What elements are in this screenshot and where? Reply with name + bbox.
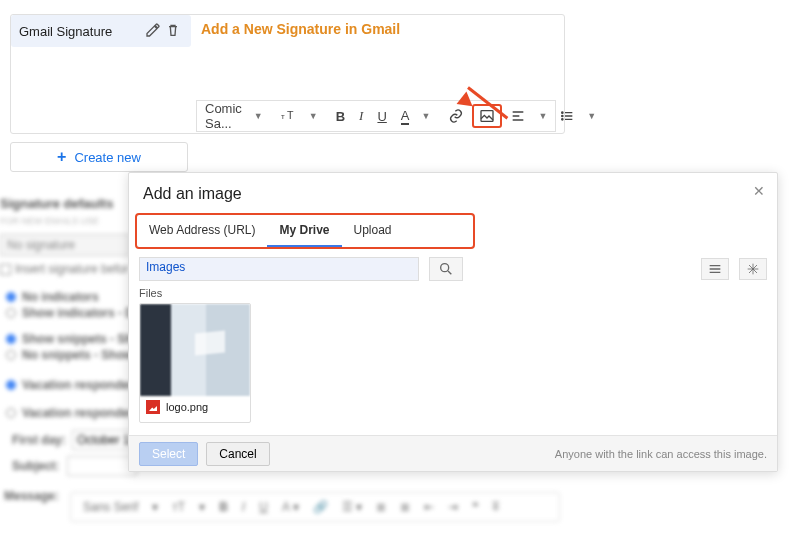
plus-icon: + [57,148,66,166]
text-color-letter: A [401,108,410,125]
drive-path-row: Images [139,257,767,281]
file-thumbnail [140,304,250,396]
create-new-label: Create new [74,150,140,165]
default-signature-select[interactable]: No signature [0,234,130,256]
dialog-title: Add an image [129,173,777,215]
chevron-down-icon[interactable]: ▼ [250,111,267,121]
first-day-label: First day: [12,433,66,447]
radio-vacation-off[interactable]: Vacation responder o [6,406,144,420]
edit-icon[interactable] [143,22,163,41]
list-button[interactable] [553,105,581,127]
chevron-down-icon[interactable]: ▼ [417,111,434,121]
align-button[interactable] [504,105,532,127]
svg-point-6 [441,264,449,272]
svg-text:T: T [287,109,294,121]
tab-my-drive[interactable]: My Drive [267,215,341,247]
cancel-button[interactable]: Cancel [206,442,269,466]
file-tile[interactable]: logo.png [139,303,251,423]
message-label: Message: [4,489,59,503]
svg-point-5 [562,119,563,120]
dialog-footer: Select Cancel Anyone with the link can a… [129,435,777,471]
signature-name-selected[interactable]: Gmail Signature [11,15,191,47]
font-family-label[interactable]: Sans Serif [79,498,142,516]
radio-vacation-on[interactable]: Vacation responder o [6,378,144,392]
font-size-button[interactable]: тT [275,105,303,127]
search-button[interactable] [429,257,463,281]
signature-editor-text: Add a New Signature in Gmail [201,21,400,37]
footer-note: Anyone with the link can access this ima… [555,448,767,460]
font-family-select[interactable]: Comic Sa... [197,98,248,134]
chevron-down-icon[interactable]: ▼ [534,111,551,121]
message-format-toolbar: Sans Serif▾ тT▾ B I U A ▾ 🔗☰ ▾ ≣≣ ⇤⇥ ❝T [70,492,560,522]
view-grid-button[interactable] [739,258,767,280]
insert-before-label: Insert signature befor [15,262,128,276]
underline-button[interactable]: U [371,106,392,127]
radio-no-snippets[interactable]: No snippets - Show o [6,348,144,362]
radio-show-indicators[interactable]: Show indicators - Di [6,306,137,320]
signature-name-text: Gmail Signature [19,24,112,39]
dialog-tabs-highlight: Web Address (URL) My Drive Upload [135,213,475,249]
files-section-label: Files [139,287,767,299]
drive-path-input[interactable]: Images [139,257,419,281]
delete-icon[interactable] [163,22,183,41]
insert-link-button[interactable] [442,105,470,127]
add-image-dialog: Add an image ✕ Web Address (URL) My Driv… [128,172,778,472]
view-list-button[interactable] [701,258,729,280]
drive-path-value: Images [146,260,185,274]
chevron-down-icon[interactable]: ▼ [305,111,322,121]
radio-show-snippets[interactable]: Show snippets - Sho [6,332,140,346]
insert-image-button[interactable] [472,104,502,128]
subject-input[interactable] [67,456,137,476]
tab-upload[interactable]: Upload [342,215,404,247]
svg-point-4 [562,115,563,116]
chevron-down-icon[interactable]: ▼ [583,111,600,121]
select-button[interactable]: Select [139,442,198,466]
file-name-label: logo.png [166,401,208,413]
signature-format-toolbar: Comic Sa... ▼ тT ▼ B I U A ▼ ▼ ▼ [196,100,556,132]
radio-no-indicators[interactable]: No indicators [6,290,99,304]
section-sub-label: FOR NEW EMAILS USE [0,216,99,226]
svg-point-3 [562,112,563,113]
tab-web-address[interactable]: Web Address (URL) [137,215,267,247]
bold-button[interactable]: B [330,106,351,127]
close-icon[interactable]: ✕ [747,179,771,203]
create-new-signature-button[interactable]: + Create new [10,142,188,172]
section-signature-defaults: Signature defaults [0,196,113,211]
dialog-tabs: Web Address (URL) My Drive Upload [137,215,473,247]
image-file-icon [146,400,160,414]
insert-before-checkbox[interactable]: Insert signature befor [0,262,128,276]
italic-button[interactable]: I [353,105,369,127]
text-color-button[interactable]: A [395,105,416,128]
svg-text:т: т [281,112,285,121]
subject-label: Subject: [12,459,59,473]
